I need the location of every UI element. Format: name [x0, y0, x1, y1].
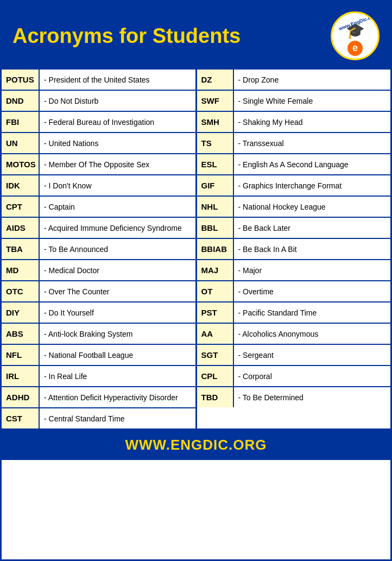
meaning-cell: - Be Back Later [234, 218, 391, 238]
page-title: Acronyms for Students [12, 26, 241, 46]
table-row: DND- Do Not Disturb [2, 91, 195, 112]
acronym-cell: BBL [197, 218, 234, 238]
acronym-cell: TBA [2, 239, 40, 259]
acronym-cell: OTC [2, 281, 40, 301]
table-row: ABS- Anti-lock Braking System [2, 324, 195, 345]
acronym-cell: MD [2, 260, 40, 280]
table-row: SGT- Sergeant [197, 345, 391, 366]
footer: WWW.ENGDIC.ORG [2, 428, 390, 460]
meaning-cell: - In Real Life [40, 366, 195, 386]
acronym-cell: DZ [197, 70, 234, 90]
meaning-cell: - Pacific Standard Time [234, 302, 391, 323]
table-row: TBA- To Be Announced [2, 239, 195, 260]
table-row: BBIAB- Be Back In A Bit [197, 239, 391, 260]
acronym-cell: NFL [2, 345, 40, 365]
table-row: IDK- I Don't Know [2, 175, 195, 197]
table-row: MD- Medical Doctor [2, 260, 195, 281]
meaning-cell: - Central Standard Time [40, 408, 195, 428]
title-highlight: Students [153, 24, 241, 47]
meaning-cell: - Attention Deficit Hyperactivity Disord… [40, 387, 195, 407]
acronym-cell: CPT [2, 197, 40, 217]
title-regular: Acronyms for [12, 24, 153, 47]
table-row: MOTOS- Member Of The Opposite Sex [2, 154, 195, 175]
logo: www.EngDic.org 🎓 e [331, 11, 380, 60]
acronym-cell: SMH [197, 112, 234, 132]
meaning-cell: - Member Of The Opposite Sex [40, 154, 195, 174]
meaning-cell: - Graphics Interchange Format [234, 175, 391, 196]
meaning-cell: - Be Back In A Bit [234, 239, 391, 259]
meaning-cell: - Captain [40, 197, 195, 217]
footer-org: .ORG [229, 437, 267, 453]
table-row: CPL- Corporal [197, 366, 391, 387]
table-row: AIDS- Acquired Immune Deficiency Syndrom… [2, 218, 195, 239]
acronym-cell: ABS [2, 324, 40, 344]
acronym-cell: CST [2, 408, 40, 428]
footer-engdic: ENGDIC [170, 437, 229, 453]
meaning-cell: - Transsexual [234, 133, 391, 153]
table-row: TS- Transsexual [197, 133, 391, 154]
meaning-cell: - Single White Female [234, 91, 391, 111]
table-row: MAJ- Major [197, 260, 391, 281]
meaning-cell: - Overtime [234, 281, 391, 301]
table-row: NFL- National Football League [2, 345, 195, 366]
table-row: POTUS- President of the United States [2, 70, 195, 91]
meaning-cell: - Major [234, 260, 391, 280]
table-row: IRL- In Real Life [2, 366, 195, 387]
acronym-cell: TBD [197, 387, 234, 407]
meaning-cell: - President of the United States [40, 70, 195, 90]
acronym-cell: BBIAB [197, 239, 234, 259]
meaning-cell: - United Nations [40, 133, 195, 153]
meaning-cell: - To Be Announced [40, 239, 195, 259]
table-row: OTC- Over The Counter [2, 281, 195, 302]
acronym-cell: SWF [197, 91, 234, 111]
main-content: POTUS- President of the United StatesDND… [2, 68, 390, 428]
acronym-cell: MAJ [197, 260, 234, 280]
meaning-cell: - National Hockey League [234, 197, 391, 217]
acronym-cell: IRL [2, 366, 40, 386]
meaning-cell: - Acquired Immune Deficiency Syndrome [40, 218, 195, 238]
table-row: FBI- Federal Bureau of Investigation [2, 112, 195, 133]
acronym-cell: UN [2, 133, 40, 153]
meaning-cell: - Alcoholics Anonymous [234, 324, 391, 344]
right-column: DZ- Drop ZoneSWF- Single White FemaleSMH… [197, 70, 391, 428]
table-row: NHL- National Hockey League [197, 197, 391, 218]
table-row: ADHD- Attention Deficit Hyperactivity Di… [2, 387, 195, 408]
meaning-cell: - Do Not Disturb [40, 91, 195, 111]
meaning-cell: - Drop Zone [234, 70, 391, 90]
acronym-cell: DIY [2, 302, 40, 323]
meaning-cell: - Anti-lock Braking System [40, 324, 195, 344]
acronym-cell: GIF [197, 175, 234, 196]
meaning-cell: - Sergeant [234, 345, 391, 365]
acronym-cell: ESL [197, 154, 234, 174]
acronym-cell: SGT [197, 345, 234, 365]
table-row: GIF- Graphics Interchange Format [197, 175, 391, 197]
acronym-cell: MOTOS [2, 154, 40, 174]
table-row: BBL- Be Back Later [197, 218, 391, 239]
table-row: SMH- Shaking My Head [197, 112, 391, 133]
left-column: POTUS- President of the United StatesDND… [2, 70, 197, 428]
meaning-cell: - National Football League [40, 345, 195, 365]
table-row: SWF- Single White Female [197, 91, 391, 112]
meaning-cell: - To Be Determined [234, 387, 391, 407]
acronym-cell: CPL [197, 366, 234, 386]
acronym-cell: DND [2, 91, 40, 111]
acronym-cell: PST [197, 302, 234, 323]
table-row: CPT- Captain [2, 197, 195, 218]
acronym-cell: POTUS [2, 70, 40, 90]
acronym-cell: ADHD [2, 387, 40, 407]
acronym-cell: AIDS [2, 218, 40, 238]
logo-e-badge: e [347, 41, 363, 56]
table-row: DZ- Drop Zone [197, 70, 391, 91]
meaning-cell: - Corporal [234, 366, 391, 386]
acronym-cell: AA [197, 324, 234, 344]
meaning-cell: - I Don't Know [40, 175, 195, 196]
table-row: ESL- English As A Second Language [197, 154, 391, 175]
acronym-cell: IDK [2, 175, 40, 196]
table-row: PST- Pacific Standard Time [197, 302, 391, 324]
table-row: DIY- Do It Yourself [2, 302, 195, 324]
table-row: TBD- To Be Determined [197, 387, 391, 407]
meaning-cell: - Medical Doctor [40, 260, 195, 280]
acronym-cell: FBI [2, 112, 40, 132]
header: Acronyms for Students www.EngDic.org 🎓 e [2, 2, 390, 68]
meaning-cell: - Do It Yourself [40, 302, 195, 323]
